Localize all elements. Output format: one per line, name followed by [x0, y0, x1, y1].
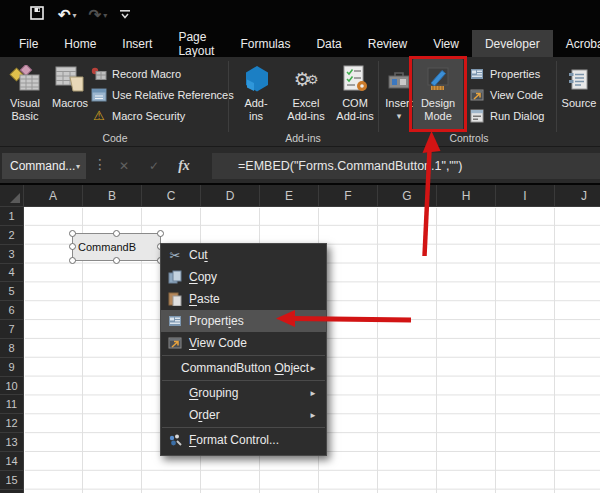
excel-add-ins-button[interactable]: ⚙⚙ ExcelAdd-ins [281, 59, 331, 143]
row-header-13[interactable]: 13 [0, 433, 23, 452]
save-button[interactable] [30, 6, 44, 24]
code-group-label: Code [75, 132, 155, 144]
column-header-G[interactable]: G [378, 185, 437, 206]
row-header-11[interactable]: 11 [0, 395, 23, 414]
selection-handle[interactable] [113, 230, 120, 237]
group-divider [228, 61, 229, 132]
xml-source-icon [568, 63, 590, 95]
run-dialog-button[interactable]: Run Dialog [468, 105, 544, 126]
selection-handle[interactable] [157, 230, 164, 237]
visual-basic-button[interactable]: VisualBasic [2, 59, 48, 143]
row-header-16[interactable]: 16 [0, 490, 23, 493]
menu-item-format-control[interactable]: Format Control... [161, 429, 326, 451]
selection-handle[interactable] [69, 243, 76, 250]
menu-item-order[interactable]: Order► [161, 404, 326, 426]
row-header-10[interactable]: 10 [0, 377, 23, 396]
row-header-2[interactable]: 2 [0, 226, 23, 245]
save-icon [30, 6, 44, 24]
column-header-I[interactable]: I [496, 185, 555, 206]
format-control-icon [161, 433, 189, 447]
macro-security-button[interactable]: ⚠ Macro Security [90, 105, 234, 126]
macros-label: Macros [52, 97, 88, 110]
name-box[interactable]: Command... ▾ [2, 153, 86, 179]
menu-item-paste[interactable]: Paste [161, 288, 326, 310]
column-header-C[interactable]: C [142, 185, 201, 206]
selection-handle[interactable] [69, 257, 76, 264]
use-relative-references-button[interactable]: Use Relative References [90, 84, 234, 105]
context-menu: ✂CutCopyPastePropertiesView CodeCommandB… [160, 243, 327, 456]
row-header-7[interactable]: 7 [0, 320, 23, 339]
menu-separator [162, 427, 325, 428]
com-add-ins-button[interactable]: COMAdd-ins [332, 59, 378, 143]
tab-page-layout[interactable]: Page Layout [165, 30, 227, 57]
row-header-14[interactable]: 14 [0, 452, 23, 471]
column-header-F[interactable]: F [319, 185, 378, 206]
row-header-12[interactable]: 12 [0, 414, 23, 433]
formula-text: =EMBED("Forms.CommandButton.1","") [238, 159, 462, 173]
row-header-9[interactable]: 9 [0, 358, 23, 377]
enter-button[interactable]: ✓ [142, 153, 166, 179]
record-macro-label: Record Macro [112, 68, 181, 80]
tab-home[interactable]: Home [51, 30, 109, 57]
macros-button[interactable]: Macros [49, 59, 91, 143]
design-mode-label: DesignMode [421, 97, 455, 123]
selection-handle[interactable] [113, 257, 120, 264]
add-ins-button[interactable]: Add-ins [234, 59, 278, 143]
source-label: Source [562, 97, 597, 110]
record-macro-icon [90, 67, 108, 81]
insert-control-button[interactable]: Insert ▾ [382, 59, 416, 143]
tab-acrobat[interactable]: Acrobat [553, 30, 600, 57]
source-button[interactable]: Source [558, 59, 600, 143]
column-header-E[interactable]: E [260, 185, 319, 206]
column-header-H[interactable]: H [437, 185, 496, 206]
menu-separator [162, 355, 325, 356]
properties-ribbon-button[interactable]: Properties [468, 63, 544, 84]
menu-item-label: Cut [189, 248, 326, 262]
visual-basic-label: VisualBasic [10, 97, 40, 123]
insert-control-label: Insert [385, 97, 413, 110]
row-header-5[interactable]: 5 [0, 282, 23, 301]
tab-view[interactable]: View [420, 30, 472, 57]
column-header-J[interactable]: J [555, 185, 600, 206]
formula-input[interactable]: =EMBED("Forms.CommandButton.1","") [212, 153, 600, 179]
cancel-button[interactable]: ✕ [112, 153, 136, 179]
tab-developer[interactable]: Developer [472, 30, 553, 57]
tab-file[interactable]: File [6, 30, 51, 57]
design-mode-button[interactable]: DesignMode [413, 59, 463, 130]
tab-insert[interactable]: Insert [109, 30, 165, 57]
view-code-ribbon-button[interactable]: View Code [468, 84, 544, 105]
row-header-1[interactable]: 1 [0, 207, 23, 226]
row-header-6[interactable]: 6 [0, 301, 23, 320]
group-divider [378, 61, 379, 132]
undo-button[interactable]: ↶ ▾ [58, 6, 77, 24]
menu-item-properties[interactable]: Properties [161, 310, 326, 332]
formula-bar-row: Command... ▾ ⋮ ✕ ✓ fx =EMBED("Forms.Comm… [0, 147, 600, 185]
row-header-4[interactable]: 4 [0, 264, 23, 283]
menu-item-commandbutton-object[interactable]: CommandButton Object► [161, 357, 326, 379]
add-ins-cube-icon [241, 63, 271, 95]
tab-data[interactable]: Data [303, 30, 354, 57]
redo-button-disabled[interactable]: ↷ ▾ [89, 6, 108, 24]
column-header-B[interactable]: B [83, 185, 142, 206]
selection-handle[interactable] [69, 230, 76, 237]
record-macro-button[interactable]: Record Macro [90, 63, 234, 84]
customize-qat-button[interactable] [119, 6, 131, 24]
menu-item-cut[interactable]: ✂Cut [161, 244, 326, 266]
menu-item-copy[interactable]: Copy [161, 266, 326, 288]
tab-formulas[interactable]: Formulas [227, 30, 303, 57]
column-header-A[interactable]: A [24, 185, 83, 206]
undo-chevron-icon: ▾ [73, 11, 77, 20]
menu-item-view-code[interactable]: View Code [161, 332, 326, 354]
design-mode-icon [425, 63, 451, 95]
menu-item-grouping[interactable]: Grouping► [161, 382, 326, 404]
row-header-8[interactable]: 8 [0, 339, 23, 358]
row-header-3[interactable]: 3 [0, 245, 23, 264]
tab-review[interactable]: Review [355, 30, 420, 57]
row-header-15[interactable]: 15 [0, 471, 23, 490]
controls-group-label: Controls [430, 132, 508, 144]
insert-function-button[interactable]: fx [172, 153, 196, 179]
column-header-D[interactable]: D [201, 185, 260, 206]
formula-bar-grip-icon: ⋮ [93, 156, 107, 172]
select-all-corner[interactable] [0, 185, 24, 207]
menu-item-label: Copy [189, 270, 326, 284]
